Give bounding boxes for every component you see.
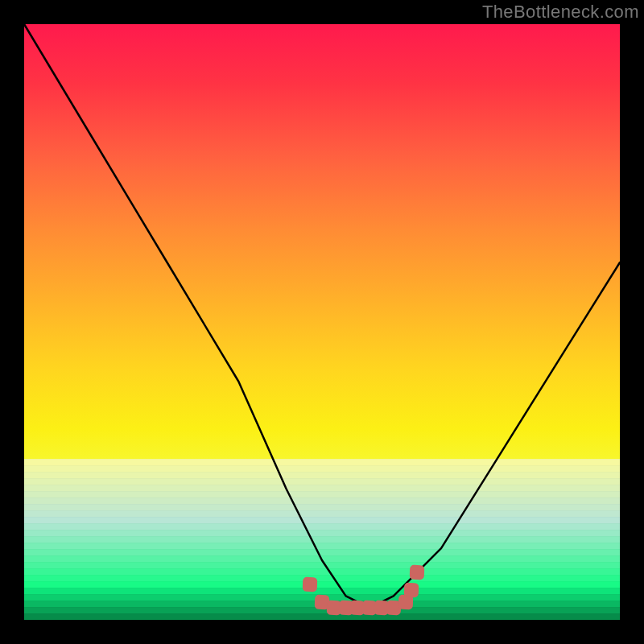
watermark-text: TheBottleneck.com <box>482 2 639 23</box>
optimal-marker <box>303 576 318 592</box>
optimal-marker <box>404 583 419 598</box>
chart-frame: TheBottleneck.com <box>0 0 644 644</box>
optimal-region-markers <box>24 24 620 620</box>
optimal-marker <box>410 564 425 580</box>
chart-area <box>24 24 620 620</box>
